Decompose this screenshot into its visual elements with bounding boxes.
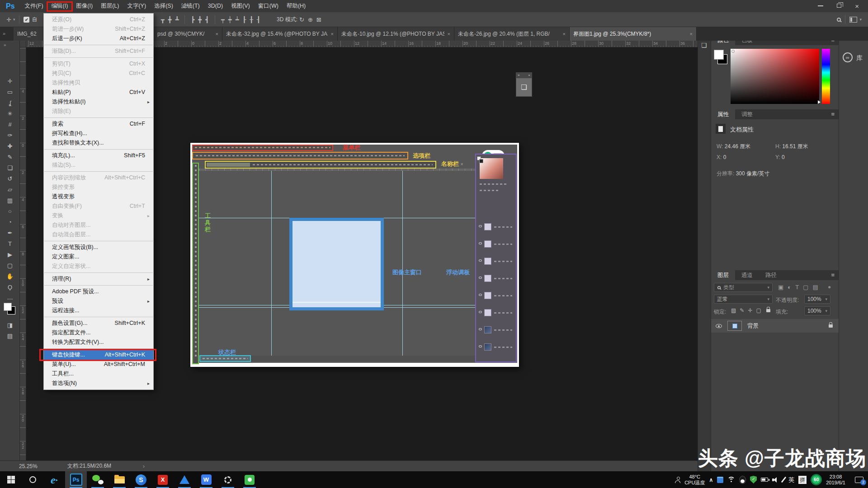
taskbar-sogou-browser-button[interactable]: S <box>130 471 152 488</box>
zoom-tool[interactable]: Ϙ <box>0 282 20 293</box>
healing-brush-tool[interactable]: ✚ <box>0 141 20 152</box>
menu-item-选择性粘贴(I)[interactable]: 选择性粘贴(I)▸ <box>44 97 153 107</box>
opacity-input[interactable]: 100%▾ <box>804 295 830 304</box>
search-icon[interactable] <box>837 18 841 22</box>
menu-文件(F)[interactable]: 文件(F) <box>21 0 47 12</box>
menu-item-定义自定形状...[interactable]: 定义自定形状... <box>44 262 153 271</box>
tab-overflow-icon[interactable]: » <box>3 31 5 36</box>
align-icon[interactable]: ┫ <box>205 16 209 23</box>
blur-tool[interactable]: ○ <box>0 206 20 217</box>
color-field[interactable] <box>731 49 819 104</box>
clone-stamp-tool[interactable]: ❏ <box>0 163 20 174</box>
layer-row-background[interactable]: 背景 <box>711 319 839 333</box>
taskbar-start-button[interactable] <box>0 471 22 488</box>
chevron-down-icon[interactable]: ▾ <box>13 17 15 22</box>
menu-item-渐隐(D)...[interactable]: 渐隐(D)...Shift+Ctrl+F <box>44 47 153 56</box>
taskbar-cortana-button[interactable] <box>22 471 43 488</box>
auto-select-checkbox[interactable]: ✔ <box>24 17 29 23</box>
widget-icon[interactable]: ❏ <box>516 78 532 96</box>
taskbar-x-app-button[interactable]: X <box>152 471 174 488</box>
layer-name[interactable]: 背景 <box>747 322 759 330</box>
close-button[interactable]: × <box>855 2 859 10</box>
menu-滤镜(T)[interactable]: 滤镜(T) <box>177 0 204 12</box>
filter-type-icon[interactable]: ▢ <box>803 284 808 291</box>
lock-option-icon[interactable]: ▢ <box>756 307 761 314</box>
notification-icon[interactable]: 2 <box>855 477 863 483</box>
close-icon[interactable]: × <box>528 73 530 78</box>
menu-item-键盘快捷键...[interactable]: 键盘快捷键...Alt+Shift+Ctrl+K <box>44 350 153 360</box>
menu-图层(L)[interactable]: 图层(L) <box>97 0 123 12</box>
workspace-icon[interactable] <box>849 17 857 23</box>
taskbar-affinity-app-button[interactable] <box>174 471 195 488</box>
panel-menu-icon[interactable]: ≡ <box>831 109 839 119</box>
tab-close-icon[interactable]: × <box>331 27 334 41</box>
status-expand-icon[interactable]: › <box>143 463 145 469</box>
filter-type-icon[interactable]: T <box>795 284 799 291</box>
menu-图像(I)[interactable]: 图像(I) <box>72 0 97 12</box>
menu-item-自动对齐图层...[interactable]: 自动对齐图层... <box>44 221 153 230</box>
panel-menu-icon[interactable]: ≡ <box>831 270 839 280</box>
hidden-icons-chevron[interactable]: ∧ <box>709 477 713 483</box>
path-selection-tool[interactable]: ▶ <box>0 249 20 260</box>
color-swatches[interactable] <box>4 303 17 316</box>
menu-item-Adobe PDF 预设...[interactable]: Adobe PDF 预设... <box>44 287 153 296</box>
filter-type-icon[interactable]: ▣ <box>778 284 783 291</box>
type-tool[interactable]: T <box>0 239 20 249</box>
lock-option-icon[interactable]: ✎ <box>740 307 744 314</box>
menu-item-描边(S)...[interactable]: 描边(S)... <box>44 160 153 170</box>
filter-type-icon[interactable]: ◐ <box>788 284 791 291</box>
menu-item-颜色设置(G)...[interactable]: 颜色设置(G)...Shift+Ctrl+K <box>44 319 153 328</box>
menu-item-还原(O)[interactable]: 还原(O)Ctrl+Z <box>44 15 153 24</box>
history-brush-tool[interactable]: ↺ <box>0 174 20 184</box>
layer-filter-select[interactable]: 类型 ▾ <box>714 283 773 292</box>
menu-item-搜索[interactable]: 搜索Ctrl+F <box>44 119 153 129</box>
menu-编辑(I)[interactable]: 编辑(I) <box>47 0 72 12</box>
fill-input[interactable]: 100%▾ <box>804 306 830 315</box>
menu-item-剪切(T)[interactable]: 剪切(T)Ctrl+X <box>44 59 153 69</box>
dodge-tool[interactable]: ◔ <box>0 217 20 228</box>
people-icon[interactable] <box>675 480 680 483</box>
align-icon[interactable]: ╋ <box>168 16 172 23</box>
360-safe-icon[interactable] <box>717 477 723 483</box>
wifi-icon[interactable] <box>727 477 735 483</box>
menu-item-定义画笔预设(B)...[interactable]: 定义画笔预设(B)... <box>44 243 153 252</box>
floating-panel-widget[interactable]: » × ❏ <box>516 72 532 97</box>
hue-slider[interactable] <box>822 49 830 104</box>
align-icon[interactable]: ┷ <box>236 16 239 23</box>
lock-all-icon[interactable] <box>766 309 770 312</box>
menu-item-清除(E)[interactable]: 清除(E) <box>44 107 153 116</box>
tab-paths[interactable]: 路径 <box>759 270 783 280</box>
tab-close-icon[interactable]: × <box>563 27 566 41</box>
taskbar-file-explorer-button[interactable] <box>108 471 130 488</box>
move-tool[interactable]: ✛ <box>0 76 20 87</box>
tab-channels[interactable]: 通道 <box>735 270 759 280</box>
ime-indicator[interactable]: 拼 <box>798 476 807 484</box>
align-icon[interactable]: ┣ <box>191 16 194 23</box>
speaker-icon[interactable] <box>772 477 779 483</box>
menu-item-指定配置文件...[interactable]: 指定配置文件... <box>44 328 153 338</box>
restore-button[interactable] <box>837 2 841 10</box>
taskbar-photoshop-button[interactable]: Ps <box>65 471 87 488</box>
quick-mask-tool[interactable]: ◨ <box>0 320 20 331</box>
taskbar-wps-button[interactable]: W <box>195 471 217 488</box>
menu-选择(S)[interactable]: 选择(S) <box>150 0 177 12</box>
taskbar-ie-browser-button[interactable]: e▸ <box>43 471 65 488</box>
eyedropper-tool[interactable]: ✑ <box>0 130 20 141</box>
lock-option-icon[interactable]: ✛ <box>748 307 752 314</box>
menu-item-变换[interactable]: 变换▸ <box>44 211 153 221</box>
collapse-icon[interactable]: » <box>518 73 519 78</box>
document-tab[interactable]: 未命名-10.jpg @ 12.1% (@PHOTO BY JAS× <box>338 27 454 41</box>
3d-mode-icon[interactable]: ⊠ <box>316 16 321 23</box>
menu-窗口(W)[interactable]: 窗口(W) <box>254 0 283 12</box>
tab-close-icon[interactable]: × <box>448 27 450 41</box>
menu-item-自动混合图层...[interactable]: 自动混合图层... <box>44 230 153 239</box>
menu-item-工具栏...[interactable]: 工具栏... <box>44 369 153 379</box>
menu-item-首选项(N)[interactable]: 首选项(N)▸ <box>44 379 153 388</box>
menu-item-选择性拷贝[interactable]: 选择性拷贝 <box>44 78 153 88</box>
qq-icon[interactable] <box>739 476 746 484</box>
tab-close-icon[interactable]: × <box>690 27 693 41</box>
menu-视图(V)[interactable]: 视图(V) <box>227 0 254 12</box>
menu-item-菜单(U)...[interactable]: 菜单(U)...Alt+Shift+Ctrl+M <box>44 360 153 369</box>
lasso-tool[interactable]: ʆ <box>0 98 20 108</box>
language-indicator[interactable]: 英 <box>788 477 794 483</box>
